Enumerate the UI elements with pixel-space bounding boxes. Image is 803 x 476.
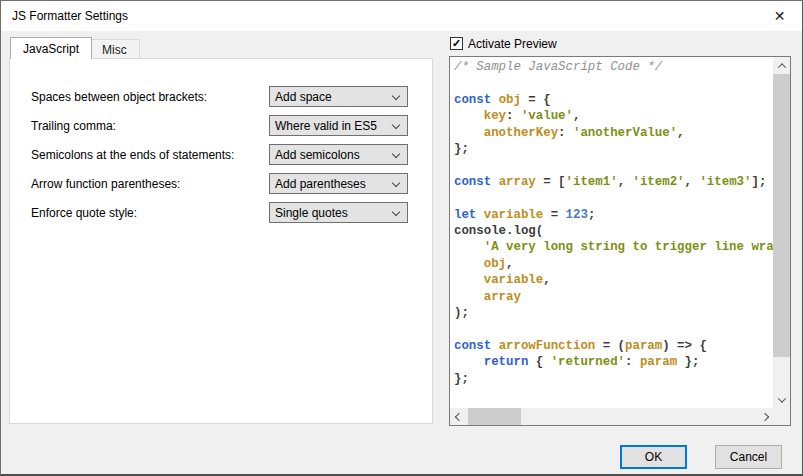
setting-dropdown-2[interactable]: Add semicolons [269,144,408,165]
tab-label: JavaScript [23,42,79,56]
settings-form: Spaces between object brackets:Add space… [10,86,432,231]
code-line: variable, [454,272,773,288]
setting-dropdown-0[interactable]: Add space [269,86,408,107]
activate-preview-row: ✓ Activate Preview [450,36,557,51]
chevron-down-icon [392,179,400,187]
form-row: Spaces between object brackets:Add space [10,86,432,115]
code-line [454,157,773,173]
code-line: return { 'returned': param }; [454,354,773,370]
code-line: anotherKey: 'anotherValue', [454,125,773,141]
vertical-scrollbar-thumb[interactable] [773,74,790,357]
code-line: array [454,289,773,305]
close-button[interactable]: ✕ [757,1,802,31]
form-row: Arrow function parentheses:Add parenthes… [10,173,432,202]
code-line: const obj = { [454,92,773,108]
chevron-right-icon [760,412,768,420]
scroll-up-button[interactable] [773,57,790,74]
ok-button-label: OK [645,450,662,464]
cancel-button-label: Cancel [730,450,767,464]
code-preview-panel: /* Sample JavaScript Code */ const obj =… [449,56,791,426]
tab-label: Misc [102,43,127,57]
setting-dropdown-1[interactable]: Where valid in ES5 [269,115,408,136]
scroll-down-button[interactable] [773,391,790,408]
ok-button[interactable]: OK [620,445,687,469]
chevron-up-icon [777,63,785,71]
selected-value: Add semicolons [275,148,360,162]
title-bar: JS Formatter Settings ✕ [1,1,802,31]
close-icon: ✕ [774,8,786,24]
form-row: Semicolons at the ends of statements:Add… [10,144,432,173]
form-row: Enforce quote style:Single quotes [10,202,432,231]
code-line: obj, [454,256,773,272]
checkmark-icon: ✓ [452,38,461,49]
code-line: }; [454,371,773,387]
code-line: ); [454,305,773,321]
chevron-down-icon [392,121,400,129]
tab-javascript[interactable]: JavaScript [10,37,92,59]
window-title: JS Formatter Settings [12,9,128,23]
setting-label: Spaces between object brackets: [31,90,207,104]
setting-dropdown-4[interactable]: Single quotes [269,202,408,223]
javascript-settings-panel: Spaces between object brackets:Add space… [9,58,433,424]
code-preview-content[interactable]: /* Sample JavaScript Code */ const obj =… [450,57,773,408]
js-formatter-settings-dialog: JS Formatter Settings ✕ JavaScript Misc … [0,0,803,476]
cancel-button[interactable]: Cancel [715,445,782,469]
selected-value: Where valid in ES5 [275,119,377,133]
chevron-down-icon [392,208,400,216]
scrollbar-corner [773,408,790,425]
setting-label: Trailing comma: [31,119,116,133]
scroll-left-button[interactable] [450,408,467,425]
selected-value: Add space [275,90,332,104]
code-line: }; [454,141,773,157]
code-line [454,322,773,338]
setting-label: Arrow function parentheses: [31,177,180,191]
chevron-left-icon [454,412,462,420]
code-line: console.log( [454,223,773,239]
chevron-down-icon [392,92,400,100]
setting-label: Semicolons at the ends of statements: [31,148,234,162]
code-line: const array = ['item1', 'item2', 'item3'… [454,174,773,190]
code-line [454,75,773,91]
chevron-down-icon [777,394,785,402]
code-line: key: 'value', [454,108,773,124]
code-line [454,190,773,206]
selected-value: Single quotes [275,206,348,220]
code-line: let variable = 123; [454,207,773,223]
vertical-scrollbar[interactable] [773,57,790,408]
selected-value: Add parentheses [275,177,366,191]
chevron-down-icon [392,150,400,158]
activate-preview-checkbox[interactable]: ✓ [450,37,463,50]
setting-label: Enforce quote style: [31,206,137,220]
horizontal-scrollbar[interactable] [450,408,773,425]
form-row: Trailing comma:Where valid in ES5 [10,115,432,144]
code-line: 'A very long string to trigger line wrap… [454,239,773,255]
code-line: const arrowFunction = (param) => { [454,338,773,354]
horizontal-scrollbar-thumb[interactable] [468,408,521,425]
tab-misc[interactable]: Misc [89,39,140,59]
setting-dropdown-3[interactable]: Add parentheses [269,173,408,194]
activate-preview-label: Activate Preview [468,37,557,51]
code-line: /* Sample JavaScript Code */ [454,59,773,75]
scroll-right-button[interactable] [756,408,773,425]
